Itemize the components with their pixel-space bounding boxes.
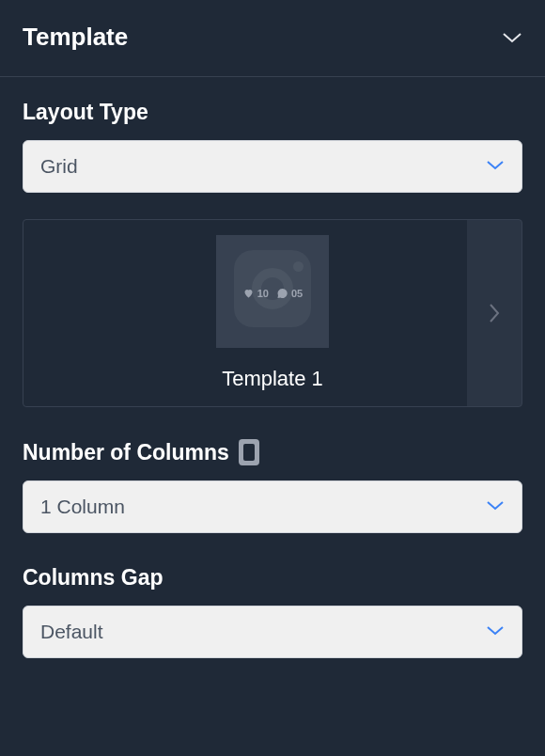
template-stats: 10 05 [216, 288, 329, 299]
chevron-down-icon [502, 27, 522, 48]
gap-value: Default [40, 621, 103, 643]
template-preview-inner: 10 05 Template 1 [216, 235, 329, 391]
camera-flash-icon [293, 261, 304, 272]
layout-type-select[interactable]: Grid [23, 140, 522, 193]
comment-icon [276, 288, 288, 299]
likes-count: 10 [257, 288, 269, 299]
columns-select[interactable]: 1 Column [23, 480, 522, 533]
chevron-down-icon [486, 158, 505, 175]
template-name: Template 1 [222, 367, 323, 391]
chevron-down-icon [486, 498, 505, 515]
layout-type-label: Layout Type [23, 100, 522, 125]
layout-type-value: Grid [40, 155, 78, 178]
chevron-down-icon [486, 623, 505, 640]
section-title: Template [23, 23, 128, 52]
heart-icon [242, 288, 255, 299]
mobile-device-icon [239, 439, 259, 465]
gap-label: Columns Gap [23, 565, 522, 591]
columns-label: Number of Columns [23, 439, 522, 465]
section-header[interactable]: Template [0, 0, 545, 77]
panel-content: Layout Type Grid 10 [0, 77, 545, 681]
next-template-button[interactable] [467, 220, 522, 406]
template-preview-card[interactable]: 10 05 Template 1 [23, 219, 522, 407]
columns-label-text: Number of Columns [23, 440, 229, 465]
gap-select[interactable]: Default [23, 606, 522, 658]
columns-value: 1 Column [40, 496, 125, 518]
template-thumbnail: 10 05 [216, 235, 329, 348]
comments-count: 05 [291, 288, 303, 299]
